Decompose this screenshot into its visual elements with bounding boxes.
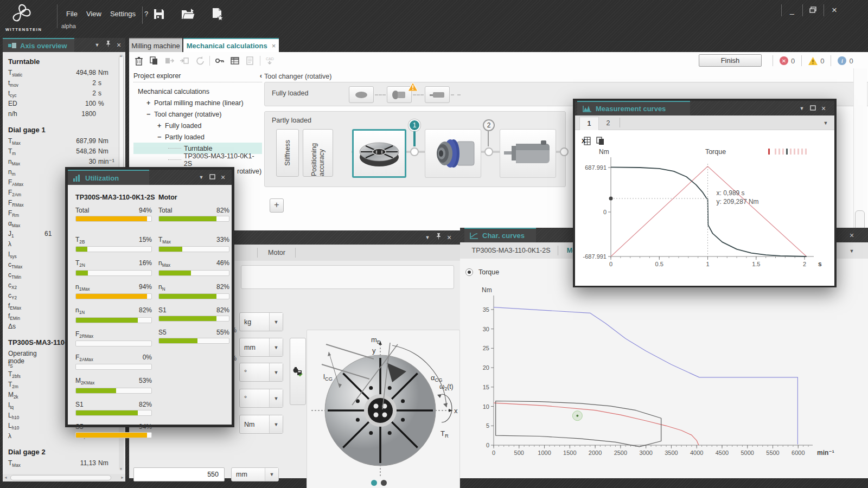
diameter-input[interactable]: 550	[133, 467, 225, 481]
component-turntable[interactable]	[352, 129, 406, 178]
svg-text:25: 25	[483, 345, 489, 351]
tree-item[interactable]: −Partly loaded	[133, 131, 262, 143]
finish-button[interactable]: Finish	[699, 54, 762, 67]
connection-node-3[interactable]	[560, 147, 569, 156]
axis-row-unit: Nm	[96, 147, 117, 155]
tab-list-icon[interactable]: ▼	[820, 117, 831, 130]
chevron-down-icon: ▼	[269, 313, 283, 331]
component-gearbox[interactable]	[425, 129, 481, 178]
stiffness-button[interactable]: Stiffness	[276, 129, 299, 177]
unit-dropdown[interactable]: °▼	[239, 389, 283, 408]
panel-menu-icon[interactable]: ▼	[92, 38, 103, 52]
unit-dropdown[interactable]: Nm▼	[239, 415, 283, 434]
menu-settings[interactable]: Settings	[106, 8, 140, 20]
curve-tab-2[interactable]: 2	[600, 117, 616, 130]
copy-icon[interactable]	[596, 137, 604, 145]
delete-icon[interactable]	[133, 55, 144, 66]
svg-text:15: 15	[483, 384, 489, 390]
close-window-button[interactable]: ×	[827, 5, 841, 16]
tab-list-icon[interactable]: ▼	[846, 245, 857, 258]
menu-view[interactable]: View	[82, 8, 106, 20]
partly-loaded-label: Partly loaded	[272, 117, 311, 124]
tree-item[interactable]: +Portal milling machine (linear)	[133, 97, 262, 108]
mass-calculator-icon	[292, 366, 303, 377]
axis-row-label: cX2	[8, 281, 44, 290]
maximize-icon[interactable]	[207, 171, 218, 184]
close-panel-icon[interactable]: ×	[113, 38, 124, 52]
tree-item[interactable]: +Fully loaded	[133, 120, 262, 131]
svg-text:3500: 3500	[665, 450, 678, 456]
component-motor[interactable]	[500, 129, 556, 178]
connection-node-2[interactable]	[484, 147, 493, 156]
unit-dropdown[interactable]: mm▼	[239, 338, 283, 357]
char-curves-tab[interactable]: Char. curves	[464, 228, 536, 242]
table-icon[interactable]	[229, 55, 240, 66]
axis-h-scrollbar[interactable]: ◄ ►	[3, 474, 125, 481]
copy-icon[interactable]	[149, 55, 159, 66]
axis-overview-tab[interactable]: Axis overview	[3, 38, 74, 52]
tab-motor[interactable]: Motor	[259, 245, 294, 261]
minimize-button[interactable]: _	[785, 6, 799, 15]
tab-milling-machine[interactable]: Milling machine	[129, 38, 182, 52]
axis-row-label: tcyc	[8, 89, 44, 98]
utilization-bar	[158, 216, 229, 222]
tree-item[interactable]: Mechanical calculations	[133, 86, 262, 97]
close-panel-icon[interactable]: ×	[444, 231, 455, 244]
unit-dropdown[interactable]: kg▼	[239, 312, 283, 331]
axis-row-value: 687,99	[44, 137, 96, 145]
connection-balloon-2[interactable]: 2	[483, 119, 495, 131]
char-curves-chart[interactable]: 0500100015002000250030003500400045005000…	[461, 284, 867, 478]
open-project-icon[interactable]	[181, 7, 196, 21]
pin-icon[interactable]	[103, 38, 113, 52]
tab-mechanical-calculations[interactable]: Mechanical calculations ×	[183, 38, 279, 52]
utilization-bar	[158, 338, 229, 344]
close-panel-icon[interactable]: ×	[218, 171, 228, 184]
close-panel-icon[interactable]: ×	[818, 102, 829, 115]
maximize-icon[interactable]	[807, 102, 818, 115]
diameter-unit-dropdown[interactable]: mm ▼	[231, 467, 279, 481]
menu-file[interactable]: File	[62, 8, 82, 20]
axis-row-label: Itq	[8, 401, 44, 410]
key-icon[interactable]	[214, 55, 225, 66]
panel-menu-icon[interactable]: ▼	[796, 102, 807, 115]
tab-gearbox-model[interactable]: TP300S-MA3-110-0K1-2S	[468, 242, 554, 259]
mass-calculator-button[interactable]	[290, 338, 306, 405]
info-badge[interactable]: i 0	[838, 56, 853, 65]
collapse-explorer-icon[interactable]: ‹	[260, 72, 262, 80]
close-tab-icon[interactable]: ×	[272, 42, 276, 50]
tree-item[interactable]: −Tool changer (rotative)	[133, 108, 262, 120]
main-v-scrollbar[interactable]	[853, 68, 867, 229]
panel-menu-icon[interactable]: ▼	[196, 171, 207, 184]
error-badge[interactable]: ✕ 0	[780, 56, 795, 65]
section-header: Turntable	[8, 57, 117, 66]
section-field[interactable]	[241, 265, 454, 289]
torque-radio[interactable]	[465, 268, 473, 276]
tree-item[interactable]: TP300S-MA3-110-0K1-2S	[133, 154, 262, 165]
utilization-tab[interactable]: Utilization	[68, 170, 149, 185]
mini-turntable-button[interactable]	[349, 86, 374, 103]
add-component-button[interactable]: +	[270, 198, 284, 213]
positioning-accuracy-button[interactable]: Positioning accuracy	[303, 129, 333, 177]
axis-data-row: tcyc2s	[8, 89, 117, 100]
restore-button[interactable]	[806, 6, 820, 15]
connection-node-1[interactable]	[410, 147, 419, 156]
warning-badge[interactable]: 0	[808, 57, 824, 65]
utilization-bar	[158, 293, 229, 299]
close-panel-icon[interactable]: ×	[846, 229, 857, 242]
axis-row-label: cTMax	[8, 261, 44, 269]
save-icon[interactable]	[152, 7, 166, 21]
excel-export-icon[interactable]: X	[582, 137, 591, 145]
utilization-bar	[75, 388, 152, 394]
panel-menu-icon[interactable]: ▼	[422, 231, 433, 244]
measurement-chart[interactable]: 00.511.52687.9910-687.991NmsTorquex: 0,9…	[575, 145, 834, 275]
pin-icon[interactable]	[433, 231, 444, 244]
measurement-curves-tab[interactable]: Measurement curves	[577, 101, 690, 115]
utilization-bar-row: T2B15%	[75, 236, 152, 252]
unit-dropdown[interactable]: °▼	[239, 363, 283, 382]
mini-motor-button[interactable]	[425, 86, 450, 103]
turntable-diagram: mEyxlCGαCGω2(t)TR	[307, 330, 460, 488]
curve-tab-1[interactable]: 1	[579, 117, 599, 130]
axis-row-label: FAMax	[8, 178, 44, 187]
new-project-icon[interactable]	[210, 7, 225, 21]
connection-balloon-1[interactable]: 1	[409, 119, 420, 131]
